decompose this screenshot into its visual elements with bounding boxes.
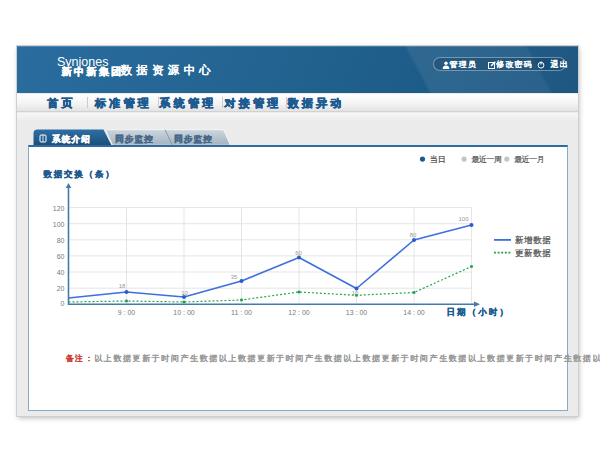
svg-text:80: 80 — [409, 231, 416, 237]
svg-text:9 : 00: 9 : 00 — [117, 308, 135, 315]
svg-text:10: 10 — [351, 289, 358, 295]
svg-text:当日: 当日 — [430, 154, 445, 163]
svg-text:60: 60 — [56, 253, 64, 260]
svg-text:0: 0 — [60, 299, 64, 306]
svg-text:10: 10 — [181, 290, 188, 296]
svg-text:100: 100 — [458, 215, 469, 221]
svg-text:同步监控: 同步监控 — [115, 133, 154, 143]
svg-text:更新数据: 更新数据 — [515, 247, 551, 257]
svg-text:同步监控: 同步监控 — [174, 133, 213, 143]
svg-text:新增数据: 新增数据 — [515, 234, 551, 244]
svg-text:13 : 00: 13 : 00 — [345, 308, 367, 315]
svg-text:120: 120 — [52, 204, 64, 211]
svg-text:80: 80 — [56, 236, 64, 243]
svg-text:日期（小时）: 日期（小时） — [446, 307, 510, 317]
svg-text:12 : 00: 12 : 00 — [288, 308, 310, 315]
svg-text:11 : 00: 11 : 00 — [231, 308, 252, 315]
svg-text:系统介绍: 系统介绍 — [51, 133, 91, 143]
svg-text:数据交换（条）: 数据交换（条） — [42, 168, 115, 178]
svg-text:100: 100 — [52, 220, 64, 227]
svg-text:最近一周: 最近一周 — [471, 154, 501, 163]
svg-text:最近一月: 最近一月 — [514, 154, 544, 163]
svg-text:18: 18 — [118, 283, 125, 289]
svg-text:35: 35 — [230, 273, 237, 279]
svg-text:20: 20 — [56, 284, 64, 291]
svg-text:40: 40 — [56, 268, 64, 275]
svg-text:60: 60 — [295, 250, 302, 256]
svg-text:10 : 00: 10 : 00 — [173, 308, 195, 315]
svg-text:14 : 00: 14 : 00 — [403, 308, 425, 315]
